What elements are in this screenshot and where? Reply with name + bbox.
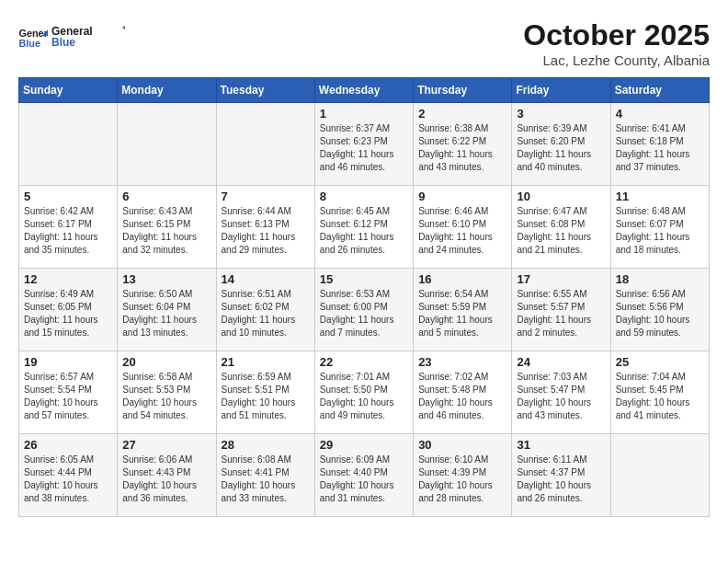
calendar-cell: 8Sunrise: 6:45 AMSunset: 6:12 PMDaylight… bbox=[314, 186, 413, 269]
week-row-4: 19Sunrise: 6:57 AMSunset: 5:54 PMDayligh… bbox=[19, 351, 710, 434]
calendar-cell: 2Sunrise: 6:38 AMSunset: 6:22 PMDaylight… bbox=[414, 103, 512, 186]
day-info: Sunrise: 6:08 AMSunset: 4:41 PMDaylight:… bbox=[222, 454, 310, 505]
calendar-cell: 17Sunrise: 6:55 AMSunset: 5:57 PMDayligh… bbox=[512, 269, 610, 351]
day-number: 19 bbox=[24, 355, 112, 369]
day-number: 10 bbox=[517, 190, 605, 203]
day-number: 13 bbox=[122, 272, 210, 286]
day-info: Sunrise: 7:03 AMSunset: 5:47 PMDaylight:… bbox=[517, 371, 605, 422]
calendar-cell: 18Sunrise: 6:56 AMSunset: 5:56 PMDayligh… bbox=[610, 269, 709, 351]
calendar-cell: 15Sunrise: 6:53 AMSunset: 6:00 PMDayligh… bbox=[314, 269, 413, 351]
calendar-cell: 24Sunrise: 7:03 AMSunset: 5:47 PMDayligh… bbox=[512, 351, 610, 434]
day-info: Sunrise: 6:44 AMSunset: 6:13 PMDaylight:… bbox=[222, 205, 310, 257]
calendar-cell bbox=[118, 103, 216, 186]
svg-text:Blue: Blue bbox=[18, 38, 40, 49]
day-number: 2 bbox=[418, 107, 506, 121]
logo: General Blue General Blue bbox=[18, 18, 125, 59]
day-number: 11 bbox=[616, 190, 704, 203]
day-number: 22 bbox=[320, 355, 408, 369]
day-info: Sunrise: 6:37 AMSunset: 6:23 PMDaylight:… bbox=[320, 122, 408, 174]
calendar-cell bbox=[610, 434, 709, 517]
day-number: 25 bbox=[616, 355, 704, 369]
calendar-cell: 1Sunrise: 6:37 AMSunset: 6:23 PMDaylight… bbox=[314, 103, 413, 186]
day-info: Sunrise: 6:59 AMSunset: 5:51 PMDaylight:… bbox=[222, 371, 310, 422]
calendar-cell: 16Sunrise: 6:54 AMSunset: 5:59 PMDayligh… bbox=[414, 269, 512, 351]
day-number: 21 bbox=[222, 355, 310, 369]
calendar-cell: 27Sunrise: 6:06 AMSunset: 4:43 PMDayligh… bbox=[118, 434, 216, 517]
day-number: 14 bbox=[222, 272, 310, 286]
day-info: Sunrise: 6:11 AMSunset: 4:37 PMDaylight:… bbox=[517, 454, 605, 505]
day-number: 9 bbox=[418, 190, 506, 203]
svg-text:Blue: Blue bbox=[51, 36, 75, 49]
day-number: 8 bbox=[320, 190, 408, 203]
calendar-cell: 7Sunrise: 6:44 AMSunset: 6:13 PMDaylight… bbox=[216, 186, 314, 269]
day-info: Sunrise: 6:53 AMSunset: 6:00 PMDaylight:… bbox=[320, 288, 408, 339]
day-info: Sunrise: 6:42 AMSunset: 6:17 PMDaylight:… bbox=[24, 205, 112, 257]
weekday-header-row: SundayMondayTuesdayWednesdayThursdayFrid… bbox=[19, 78, 710, 103]
day-number: 3 bbox=[517, 107, 605, 121]
calendar-cell: 29Sunrise: 6:09 AMSunset: 4:40 PMDayligh… bbox=[314, 434, 413, 517]
day-info: Sunrise: 6:56 AMSunset: 5:56 PMDaylight:… bbox=[616, 288, 704, 339]
day-info: Sunrise: 6:38 AMSunset: 6:22 PMDaylight:… bbox=[418, 122, 506, 174]
day-info: Sunrise: 6:39 AMSunset: 6:20 PMDaylight:… bbox=[517, 122, 605, 174]
day-number: 27 bbox=[122, 438, 210, 452]
day-info: Sunrise: 6:57 AMSunset: 5:54 PMDaylight:… bbox=[24, 371, 112, 422]
week-row-1: 1Sunrise: 6:37 AMSunset: 6:23 PMDaylight… bbox=[19, 103, 710, 186]
weekday-header-monday: Monday bbox=[118, 78, 216, 103]
day-number: 15 bbox=[320, 272, 408, 286]
calendar-cell: 20Sunrise: 6:58 AMSunset: 5:53 PMDayligh… bbox=[118, 351, 216, 434]
calendar-cell: 25Sunrise: 7:04 AMSunset: 5:45 PMDayligh… bbox=[610, 351, 709, 434]
day-number: 18 bbox=[616, 272, 704, 286]
week-row-2: 5Sunrise: 6:42 AMSunset: 6:17 PMDaylight… bbox=[19, 186, 710, 269]
week-row-3: 12Sunrise: 6:49 AMSunset: 6:05 PMDayligh… bbox=[19, 269, 710, 351]
calendar-cell: 13Sunrise: 6:50 AMSunset: 6:04 PMDayligh… bbox=[118, 269, 216, 351]
calendar-cell: 28Sunrise: 6:08 AMSunset: 4:41 PMDayligh… bbox=[216, 434, 314, 517]
calendar-cell: 4Sunrise: 6:41 AMSunset: 6:18 PMDaylight… bbox=[610, 103, 709, 186]
day-number: 1 bbox=[320, 107, 408, 121]
weekday-header-saturday: Saturday bbox=[610, 78, 709, 103]
day-info: Sunrise: 6:47 AMSunset: 6:08 PMDaylight:… bbox=[517, 205, 605, 257]
weekday-header-thursday: Thursday bbox=[414, 78, 512, 103]
day-info: Sunrise: 6:58 AMSunset: 5:53 PMDaylight:… bbox=[122, 371, 210, 422]
calendar-cell: 14Sunrise: 6:51 AMSunset: 6:02 PMDayligh… bbox=[216, 269, 314, 351]
logo-icon: General Blue bbox=[18, 26, 48, 52]
calendar-cell: 11Sunrise: 6:48 AMSunset: 6:07 PMDayligh… bbox=[610, 186, 709, 269]
calendar-cell: 19Sunrise: 6:57 AMSunset: 5:54 PMDayligh… bbox=[19, 351, 118, 434]
day-info: Sunrise: 7:01 AMSunset: 5:50 PMDaylight:… bbox=[320, 371, 408, 422]
title-block: October 2025 Lac, Lezhe County, Albania bbox=[523, 18, 710, 68]
calendar-cell: 12Sunrise: 6:49 AMSunset: 6:05 PMDayligh… bbox=[19, 269, 118, 351]
location-subtitle: Lac, Lezhe County, Albania bbox=[523, 52, 710, 68]
week-row-5: 26Sunrise: 6:05 AMSunset: 4:44 PMDayligh… bbox=[19, 434, 710, 517]
day-info: Sunrise: 6:51 AMSunset: 6:02 PMDaylight:… bbox=[222, 288, 310, 339]
logo-bird-icon: General Blue bbox=[51, 18, 125, 55]
day-number: 20 bbox=[122, 355, 210, 369]
day-info: Sunrise: 6:05 AMSunset: 4:44 PMDaylight:… bbox=[24, 454, 112, 505]
calendar-cell: 21Sunrise: 6:59 AMSunset: 5:51 PMDayligh… bbox=[216, 351, 314, 434]
day-number: 23 bbox=[418, 355, 506, 369]
calendar-cell: 3Sunrise: 6:39 AMSunset: 6:20 PMDaylight… bbox=[512, 103, 610, 186]
weekday-header-friday: Friday bbox=[512, 78, 610, 103]
day-info: Sunrise: 6:10 AMSunset: 4:39 PMDaylight:… bbox=[418, 454, 506, 505]
calendar-cell: 22Sunrise: 7:01 AMSunset: 5:50 PMDayligh… bbox=[314, 351, 413, 434]
month-title: October 2025 bbox=[523, 18, 710, 52]
day-number: 6 bbox=[122, 190, 210, 203]
day-number: 17 bbox=[517, 272, 605, 286]
day-info: Sunrise: 6:48 AMSunset: 6:07 PMDaylight:… bbox=[616, 205, 704, 257]
day-number: 31 bbox=[517, 438, 605, 452]
day-number: 12 bbox=[24, 272, 112, 286]
svg-marker-5 bbox=[122, 23, 125, 33]
day-info: Sunrise: 6:46 AMSunset: 6:10 PMDaylight:… bbox=[418, 205, 506, 257]
day-info: Sunrise: 6:06 AMSunset: 4:43 PMDaylight:… bbox=[122, 454, 210, 505]
weekday-header-sunday: Sunday bbox=[19, 78, 118, 103]
day-info: Sunrise: 7:02 AMSunset: 5:48 PMDaylight:… bbox=[418, 371, 506, 422]
day-info: Sunrise: 6:55 AMSunset: 5:57 PMDaylight:… bbox=[517, 288, 605, 339]
day-info: Sunrise: 6:09 AMSunset: 4:40 PMDaylight:… bbox=[320, 454, 408, 505]
day-number: 7 bbox=[222, 190, 310, 203]
day-info: Sunrise: 7:04 AMSunset: 5:45 PMDaylight:… bbox=[616, 371, 704, 422]
calendar-table: SundayMondayTuesdayWednesdayThursdayFrid… bbox=[18, 77, 710, 517]
day-info: Sunrise: 6:54 AMSunset: 5:59 PMDaylight:… bbox=[418, 288, 506, 339]
calendar-cell: 31Sunrise: 6:11 AMSunset: 4:37 PMDayligh… bbox=[512, 434, 610, 517]
day-number: 4 bbox=[616, 107, 704, 121]
day-info: Sunrise: 6:49 AMSunset: 6:05 PMDaylight:… bbox=[24, 288, 112, 339]
day-info: Sunrise: 6:50 AMSunset: 6:04 PMDaylight:… bbox=[122, 288, 210, 339]
calendar-cell bbox=[216, 103, 314, 186]
